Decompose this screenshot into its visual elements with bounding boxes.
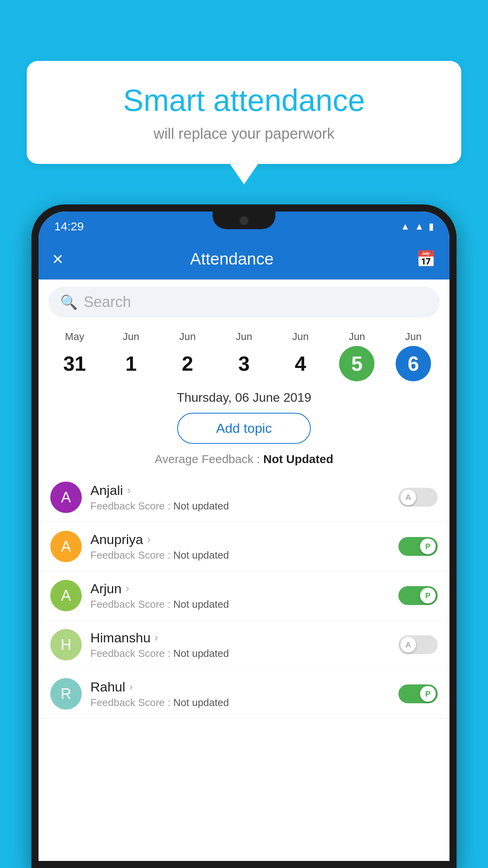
student-info-2: Arjun ›Feedback Score : Not updated [90,581,390,611]
avatar-2: A [50,580,82,611]
student-info-4: Rahul ›Feedback Score : Not updated [90,679,390,709]
phone-frame: 14:29 ▲ ▲ ▮ × Attendance 📅 🔍 Search May3… [31,204,457,868]
student-item-4[interactable]: RRahul ›Feedback Score : Not updatedP [39,669,449,719]
signal-icon: ▲ [415,221,424,232]
toggle-0[interactable]: A [398,488,438,507]
toggle-2[interactable]: P [398,586,438,605]
student-item-3[interactable]: HHimanshu ›Feedback Score : Not updatedA [39,620,449,669]
calendar-day-6[interactable]: Jun6 [390,331,437,381]
avatar-1: A [50,531,82,562]
calendar-day-4[interactable]: Jun4 [277,331,324,381]
calendar-icon[interactable]: 📅 [416,250,436,268]
status-time: 14:29 [54,220,84,233]
student-info-3: Himanshu ›Feedback Score : Not updated [90,630,390,660]
student-list: AAnjali ›Feedback Score : Not updatedAAA… [39,473,449,719]
speech-bubble: Smart attendance will replace your paper… [27,61,461,164]
phone-inner: 14:29 ▲ ▲ ▮ × Attendance 📅 🔍 Search May3… [39,211,449,861]
student-item-0[interactable]: AAnjali ›Feedback Score : Not updatedA [39,473,449,522]
date-label: Thursday, 06 June 2019 [39,383,449,408]
avatar-3: H [50,629,82,660]
avatar-0: A [50,482,82,513]
toggle-4[interactable]: P [398,684,438,703]
search-icon: 🔍 [60,294,78,311]
toggle-1[interactable]: P [398,537,438,556]
student-info-1: Anupriya ›Feedback Score : Not updated [90,532,390,561]
add-topic-button[interactable]: Add topic [177,413,311,444]
app-bar-title: Attendance [59,250,404,268]
toggle-3[interactable]: A [398,635,438,654]
calendar-day-3[interactable]: Jun3 [220,331,268,381]
wifi-icon: ▲ [400,221,410,232]
search-input[interactable]: Search [84,294,428,311]
student-info-0: Anjali ›Feedback Score : Not updated [90,483,390,512]
app-bar: × Attendance 📅 [39,238,449,280]
avatar-4: R [50,678,82,710]
student-item-1[interactable]: AAnupriya ›Feedback Score : Not updatedP [39,522,449,571]
calendar-day-1[interactable]: Jun1 [108,331,155,381]
avg-feedback: Average Feedback : Not Updated [39,449,449,473]
student-item-2[interactable]: AArjun ›Feedback Score : Not updatedP [39,571,449,620]
battery-icon: ▮ [429,221,434,232]
search-bar[interactable]: 🔍 Search [48,287,440,318]
phone-notch [213,211,275,229]
calendar-day-0[interactable]: May31 [51,331,98,381]
calendar-day-5[interactable]: Jun5 [333,331,380,381]
notch-camera [240,216,248,225]
calendar-row: May31Jun1Jun2Jun3Jun4Jun5Jun6 [39,325,449,383]
status-icons: ▲ ▲ ▮ [400,221,434,232]
calendar-day-2[interactable]: Jun2 [164,331,211,381]
bubble-title: Smart attendance [50,83,438,118]
bubble-subtitle: will replace your paperwork [50,125,438,142]
